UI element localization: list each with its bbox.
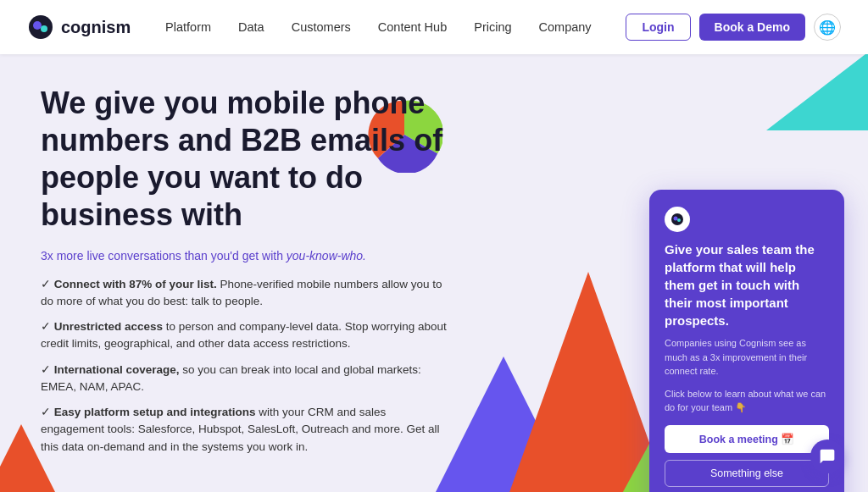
hero-section: We give you mobile phone numbers and B2B…: [0, 54, 868, 492]
cta-card-sub: Click below to learn about what we can d…: [665, 387, 829, 415]
logo-text: cognism: [61, 18, 131, 37]
something-else-button[interactable]: Something else: [665, 460, 829, 487]
book-demo-button[interactable]: Book a Demo: [699, 14, 805, 41]
hero-points: ✓ Connect with 87% of your list. Phone-v…: [41, 276, 448, 456]
navbar: cognism Platform Data Customers Content …: [0, 0, 868, 54]
cta-card-icon: [665, 207, 690, 232]
nav-links: Platform Data Customers Content Hub Pric…: [153, 14, 604, 41]
hero-point-1: ✓ Connect with 87% of your list. Phone-v…: [41, 276, 448, 311]
hero-subtitle-main: 3x more live conversations than you'd ge…: [41, 249, 287, 263]
svg-point-2: [41, 25, 47, 32]
hero-content: We give you mobile phone numbers and B2B…: [41, 85, 448, 456]
svg-point-4: [674, 217, 678, 221]
cta-card-desc: Companies using Cognism see as much as a…: [665, 336, 829, 379]
svg-point-5: [677, 218, 681, 222]
hero-subtitle: 3x more live conversations than you'd ge…: [41, 249, 448, 263]
nav-company[interactable]: Company: [527, 14, 604, 41]
hero-point-2: ✓ Unrestricted access to person and comp…: [41, 318, 448, 353]
nav-actions: Login Book a Demo 🌐: [626, 14, 841, 41]
hero-point-4: ✓ Easy platform setup and integrations w…: [41, 404, 448, 456]
hero-point-3-bold: International coverage,: [54, 363, 180, 376]
nav-data[interactable]: Data: [226, 14, 276, 41]
hero-point-1-bold: Connect with 87% of your list.: [54, 278, 217, 290]
logo-icon: [27, 14, 54, 41]
hero-title: We give you mobile phone numbers and B2B…: [41, 85, 448, 234]
nav-pricing[interactable]: Pricing: [462, 14, 523, 41]
hero-point-4-bold: Easy platform setup and integrations: [54, 406, 256, 418]
nav-customers[interactable]: Customers: [280, 14, 363, 41]
hero-point-3: ✓ International coverage, so you can bre…: [41, 362, 448, 396]
nav-content-hub[interactable]: Content Hub: [366, 14, 459, 41]
shape-teal: [766, 54, 868, 130]
logo[interactable]: cognism: [27, 14, 131, 41]
cta-card-title: Give your sales team the platform that w…: [665, 240, 829, 329]
book-meeting-button[interactable]: Book a meeting 📅: [665, 425, 829, 453]
hero-subtitle-italic: you-know-who.: [287, 249, 366, 263]
svg-point-1: [33, 21, 42, 30]
hero-point-2-bold: Unrestricted access: [54, 320, 163, 333]
language-selector[interactable]: 🌐: [814, 14, 841, 41]
nav-platform[interactable]: Platform: [153, 14, 223, 41]
login-button[interactable]: Login: [626, 14, 690, 41]
chat-bubble[interactable]: [810, 439, 844, 473]
